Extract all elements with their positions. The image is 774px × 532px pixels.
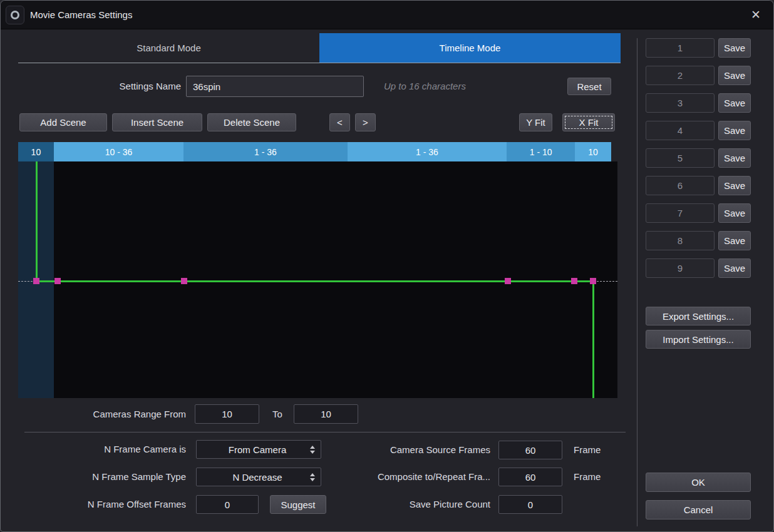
save-picture-count-label: Save Picture Count	[326, 495, 490, 514]
lens-ring-icon	[11, 11, 19, 19]
cameras-range-to-input[interactable]	[294, 404, 358, 424]
camera-source-frames-label: Camera Source Frames	[326, 441, 490, 459]
composite-repeat-input[interactable]	[498, 468, 562, 486]
preset-row: 6 Save	[646, 176, 751, 195]
timeline-segment-2[interactable]: 10 - 36	[54, 142, 183, 161]
settings-name-label: Settings Name	[63, 76, 181, 97]
composite-repeat-unit: Frame	[574, 468, 601, 486]
preset-save-button-9[interactable]: Save	[718, 258, 751, 278]
preset-row: 5 Save	[646, 148, 751, 168]
suggest-button[interactable]: Suggest	[270, 495, 326, 514]
n-frame-offset-input[interactable]	[196, 495, 259, 514]
preset-slot-3[interactable]: 3	[646, 93, 715, 113]
preset-slot-9[interactable]: 9	[646, 258, 715, 278]
settings-name-input[interactable]	[186, 76, 364, 97]
keyframe-marker-5[interactable]	[571, 278, 577, 284]
add-scene-button[interactable]: Add Scene	[19, 113, 107, 131]
keyframe-marker-2[interactable]	[54, 278, 61, 284]
n-frame-camera-select[interactable]: From Camera	[196, 440, 321, 459]
import-settings-button[interactable]: Import Settings...	[646, 330, 751, 349]
preset-save-button-5[interactable]: Save	[718, 148, 751, 168]
composite-repeat-label: Composite to/Repeat Fra...	[326, 468, 490, 486]
preset-slot-5[interactable]: 5	[646, 148, 715, 168]
preset-slot-8[interactable]: 8	[646, 231, 715, 250]
spinner-up-icon[interactable]	[310, 446, 315, 449]
preset-save-button-3[interactable]: Save	[718, 93, 751, 113]
preset-list: 1 Save 2 Save 3 Save 4 Save 5 Save 6 Sav…	[646, 38, 751, 278]
mode-tabbar: Standard Mode Timeline Mode	[18, 33, 621, 63]
preset-slot-6[interactable]: 6	[646, 176, 715, 195]
timeline-segment-1[interactable]: 10	[18, 142, 54, 161]
app-icon	[6, 6, 24, 24]
tab-standard-mode[interactable]: Standard Mode	[18, 33, 319, 63]
preset-save-button-1[interactable]: Save	[718, 38, 751, 58]
cameras-range-label: Cameras Range From	[51, 404, 186, 424]
spinner-down-icon[interactable]	[310, 478, 315, 481]
export-settings-button[interactable]: Export Settings...	[646, 307, 751, 325]
y-fit-button[interactable]: Y Fit	[519, 113, 552, 131]
reset-button[interactable]: Reset	[567, 78, 611, 95]
settings-name-hint: Up to 16 characters	[384, 76, 466, 97]
vertical-divider	[637, 38, 637, 526]
preset-slot-4[interactable]: 4	[646, 121, 715, 140]
n-frame-sample-type-label: N Frame Sample Type	[36, 468, 186, 486]
preset-save-button-4[interactable]: Save	[718, 121, 751, 140]
ok-button[interactable]: OK	[646, 473, 751, 492]
timeline-header: 1010 - 361 - 361 - 361 - 1010	[18, 142, 611, 161]
cameras-range-from-input[interactable]	[195, 404, 259, 424]
timeline-segment-4[interactable]: 1 - 36	[348, 142, 507, 161]
horizontal-divider	[24, 432, 626, 432]
keyframe-marker-1[interactable]	[33, 278, 39, 284]
preset-row: 4 Save	[646, 121, 751, 140]
keyframe-marker-6[interactable]	[590, 278, 596, 284]
timeline-segment-5[interactable]: 1 - 10	[507, 142, 575, 161]
preset-slot-2[interactable]: 2	[646, 66, 715, 85]
n-frame-camera-label: N Frame Camera is	[36, 440, 186, 459]
n-frame-camera-value: From Camera	[197, 444, 307, 455]
preset-row: 3 Save	[646, 93, 751, 113]
spinner-down-icon[interactable]	[310, 451, 315, 454]
n-frame-sample-type-value: N Decrease	[197, 472, 307, 483]
camera-line-right-vertical	[592, 281, 594, 398]
timeline-segment-3[interactable]: 1 - 36	[183, 142, 347, 161]
delete-scene-button[interactable]: Delete Scene	[207, 113, 296, 131]
preset-row: 8 Save	[646, 231, 751, 250]
camera-source-frames-input[interactable]	[498, 441, 562, 459]
camera-line-left-vertical	[36, 161, 38, 281]
save-picture-count-input[interactable]	[498, 495, 562, 514]
keyframe-marker-4[interactable]	[505, 278, 511, 284]
cancel-button[interactable]: Cancel	[646, 500, 751, 519]
preset-save-button-2[interactable]: Save	[718, 66, 751, 85]
preset-save-button-6[interactable]: Save	[718, 176, 751, 195]
preset-row: 2 Save	[646, 66, 751, 85]
close-icon[interactable]: ✕	[747, 6, 765, 23]
camera-source-frames-unit: Frame	[574, 441, 601, 459]
next-scene-button[interactable]: >	[355, 113, 376, 131]
spinner-icon[interactable]	[307, 473, 321, 481]
preset-slot-7[interactable]: 7	[646, 203, 715, 223]
preset-slot-1[interactable]: 1	[646, 38, 715, 58]
preset-save-button-8[interactable]: Save	[718, 231, 751, 250]
spinner-up-icon[interactable]	[310, 473, 315, 476]
preset-row: 9 Save	[646, 258, 751, 278]
window-title: Movie Cameras Settings	[30, 9, 132, 20]
cameras-range-to-label: To	[272, 404, 282, 424]
n-frame-offset-label: N Frame Offset Frames	[36, 495, 186, 514]
prev-scene-button[interactable]: <	[329, 113, 350, 131]
preset-row: 1 Save	[646, 38, 751, 58]
preset-row: 7 Save	[646, 203, 751, 223]
timeline-segment-6[interactable]: 10	[575, 142, 611, 161]
titlebar: Movie Cameras Settings ✕	[1, 1, 773, 29]
preset-save-button-7[interactable]: Save	[718, 203, 751, 223]
movie-cameras-settings-dialog: Movie Cameras Settings ✕ Standard Mode T…	[0, 0, 774, 532]
io-buttons: Export Settings... Import Settings...	[646, 307, 751, 349]
keyframe-marker-3[interactable]	[181, 278, 187, 284]
insert-scene-button[interactable]: Insert Scene	[112, 113, 202, 131]
n-frame-sample-type-select[interactable]: N Decrease	[196, 468, 321, 486]
timeline-graph[interactable]	[18, 161, 617, 398]
spinner-icon[interactable]	[307, 446, 321, 454]
tab-timeline-mode[interactable]: Timeline Mode	[319, 33, 621, 63]
x-fit-button[interactable]: X Fit	[562, 113, 615, 131]
